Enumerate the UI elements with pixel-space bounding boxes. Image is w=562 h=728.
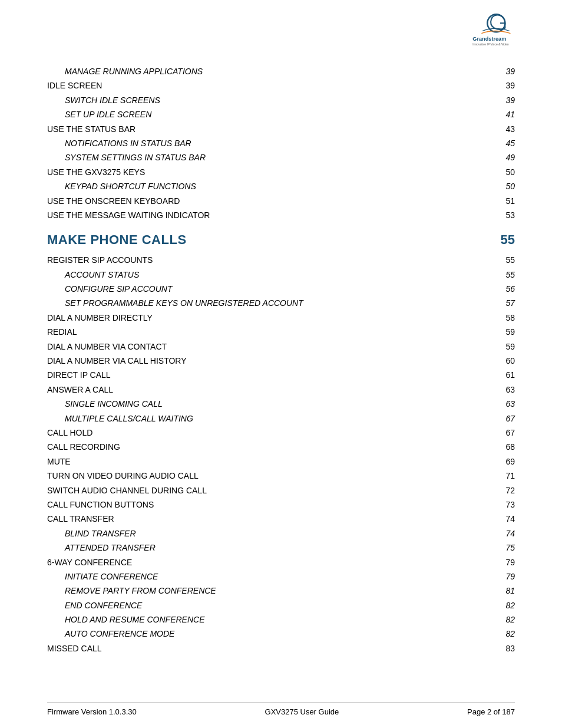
entry-page: 57 xyxy=(497,297,515,309)
entry-page: 69 xyxy=(497,455,515,468)
entry-text: CALL TRANSFER xyxy=(47,512,497,525)
entry-page: 63 xyxy=(497,397,515,410)
toc-entry: USE THE STATUS BAR43 xyxy=(47,123,515,136)
entry-text: ACCOUNT STATUS xyxy=(65,268,497,281)
toc-entry: ACCOUNT STATUS55 xyxy=(47,268,515,281)
entry-page: 41 xyxy=(497,108,515,121)
entry-page: 67 xyxy=(497,412,515,425)
entry-text: CALL RECORDING xyxy=(47,440,497,453)
footer-firmware: Firmware Version 1.0.3.30 xyxy=(47,707,137,716)
entry-page: 39 xyxy=(497,94,515,107)
toc-entry: MUTE69 xyxy=(47,455,515,468)
entry-page: 39 xyxy=(497,65,515,78)
toc-entry: SWITCH IDLE SCREENS39 xyxy=(47,94,515,107)
entry-page: 75 xyxy=(497,541,515,554)
entry-page: 79 xyxy=(497,570,515,583)
toc-entry: ANSWER A CALL63 xyxy=(47,383,515,396)
toc-entry: SINGLE INCOMING CALL63 xyxy=(47,397,515,410)
toc-entry: SET UP IDLE SCREEN41 xyxy=(47,108,515,121)
entry-text: USE THE ONSCREEN KEYBOARD xyxy=(47,195,497,207)
section-page: 55 xyxy=(501,232,515,248)
entry-text: SET UP IDLE SCREEN xyxy=(65,108,497,121)
entry-page: 53 xyxy=(497,209,515,222)
toc-entry: SWITCH AUDIO CHANNEL DURING CALL72 xyxy=(47,484,515,497)
toc-entry: DIAL A NUMBER VIA CONTACT59 xyxy=(47,340,515,353)
section-entries: REGISTER SIP ACCOUNTS55ACCOUNT STATUS55C… xyxy=(47,253,515,655)
entry-text: SINGLE INCOMING CALL xyxy=(65,397,497,410)
entry-text: USE THE MESSAGE WAITING INDICATOR xyxy=(47,209,497,222)
entry-text: TURN ON VIDEO DURING AUDIO CALL xyxy=(47,469,497,482)
entry-text: REDIAL xyxy=(47,325,497,338)
logo-area: Grandstream Innovative IP Voice & Video xyxy=(468,12,527,49)
toc-entry: CONFIGURE SIP ACCOUNT56 xyxy=(47,282,515,295)
toc-entry: CALL TRANSFER74 xyxy=(47,512,515,525)
toc-entry: SET PROGRAMMABLE KEYS ON UNREGISTERED AC… xyxy=(47,297,515,309)
toc-entry: HOLD AND RESUME CONFERENCE82 xyxy=(47,613,515,626)
entry-text: SWITCH AUDIO CHANNEL DURING CALL xyxy=(47,484,497,497)
entry-page: 55 xyxy=(497,268,515,281)
entry-text: USE THE GXV3275 KEYS xyxy=(47,166,497,179)
pre-section-entries: MANAGE RUNNING APPLICATIONS39IDLE SCREEN… xyxy=(47,65,515,222)
entry-text: NOTIFICATIONS IN STATUS BAR xyxy=(65,137,497,150)
toc-entry: DIAL A NUMBER VIA CALL HISTORY60 xyxy=(47,354,515,367)
toc-entry: DIRECT IP CALL61 xyxy=(47,368,515,381)
entry-page: 74 xyxy=(497,512,515,525)
entry-page: 55 xyxy=(497,253,515,266)
entry-text: USE THE STATUS BAR xyxy=(47,123,497,136)
footer-page: Page 2 of 187 xyxy=(467,707,515,716)
entry-page: 67 xyxy=(497,426,515,439)
entry-page: 82 xyxy=(497,627,515,640)
entry-text: BLIND TRANSFER xyxy=(65,527,497,540)
toc-content: MANAGE RUNNING APPLICATIONS39IDLE SCREEN… xyxy=(47,65,515,655)
entry-page: 72 xyxy=(497,484,515,497)
toc-entry: USE THE GXV3275 KEYS50 xyxy=(47,166,515,179)
entry-text: MULTIPLE CALLS/CALL WAITING xyxy=(65,412,497,425)
entry-page: 71 xyxy=(497,469,515,482)
toc-entry: REGISTER SIP ACCOUNTS55 xyxy=(47,253,515,266)
toc-entry: 6-WAY CONFERENCE79 xyxy=(47,556,515,569)
entry-text: IDLE SCREEN xyxy=(47,79,497,92)
entry-page: 82 xyxy=(497,613,515,626)
svg-text:Innovative IP Voice & Video: Innovative IP Voice & Video xyxy=(472,43,508,47)
entry-text: SET PROGRAMMABLE KEYS ON UNREGISTERED AC… xyxy=(65,297,497,309)
page-container: Grandstream Innovative IP Voice & Video … xyxy=(0,0,562,728)
toc-entry: REDIAL59 xyxy=(47,325,515,338)
toc-entry: KEYPAD SHORTCUT FUNCTIONS50 xyxy=(47,180,515,193)
entry-page: 49 xyxy=(497,151,515,164)
toc-entry: REMOVE PARTY FROM CONFERENCE81 xyxy=(47,584,515,597)
entry-page: 60 xyxy=(497,354,515,367)
entry-page: 50 xyxy=(497,166,515,179)
toc-entry: MANAGE RUNNING APPLICATIONS39 xyxy=(47,65,515,78)
toc-entry: BLIND TRANSFER74 xyxy=(47,527,515,540)
toc-entry: ATTENDED TRANSFER75 xyxy=(47,541,515,554)
section-title: MAKE PHONE CALLS xyxy=(47,232,187,248)
toc-entry: DIAL A NUMBER DIRECTLY58 xyxy=(47,311,515,324)
entry-text: END CONFERENCE xyxy=(65,599,497,612)
toc-entry: CALL FUNCTION BUTTONS73 xyxy=(47,498,515,511)
entry-text: CALL HOLD xyxy=(47,426,497,439)
entry-page: 45 xyxy=(497,137,515,150)
entry-text: MUTE xyxy=(47,455,497,468)
entry-text: SYSTEM SETTINGS IN STATUS BAR xyxy=(65,151,497,164)
toc-entry: INITIATE CONFERENCE79 xyxy=(47,570,515,583)
entry-text: DIAL A NUMBER DIRECTLY xyxy=(47,311,497,324)
entry-page: 74 xyxy=(497,527,515,540)
entry-text: SWITCH IDLE SCREENS xyxy=(65,94,497,107)
entry-text: AUTO CONFERENCE MODE xyxy=(65,627,497,640)
entry-text: HOLD AND RESUME CONFERENCE xyxy=(65,613,497,626)
toc-entry: AUTO CONFERENCE MODE82 xyxy=(47,627,515,640)
entry-text: ATTENDED TRANSFER xyxy=(65,541,497,554)
entry-text: DIAL A NUMBER VIA CALL HISTORY xyxy=(47,354,497,367)
entry-text: DIAL A NUMBER VIA CONTACT xyxy=(47,340,497,353)
entry-text: DIRECT IP CALL xyxy=(47,368,497,381)
entry-page: 73 xyxy=(497,498,515,511)
toc-entry: CALL HOLD67 xyxy=(47,426,515,439)
entry-page: 63 xyxy=(497,383,515,396)
entry-text: REGISTER SIP ACCOUNTS xyxy=(47,253,497,266)
toc-entry: TURN ON VIDEO DURING AUDIO CALL71 xyxy=(47,469,515,482)
toc-entry: MULTIPLE CALLS/CALL WAITING67 xyxy=(47,412,515,425)
entry-text: MANAGE RUNNING APPLICATIONS xyxy=(65,65,497,78)
toc-entry: IDLE SCREEN39 xyxy=(47,79,515,92)
entry-page: 79 xyxy=(497,556,515,569)
entry-page: 59 xyxy=(497,325,515,338)
